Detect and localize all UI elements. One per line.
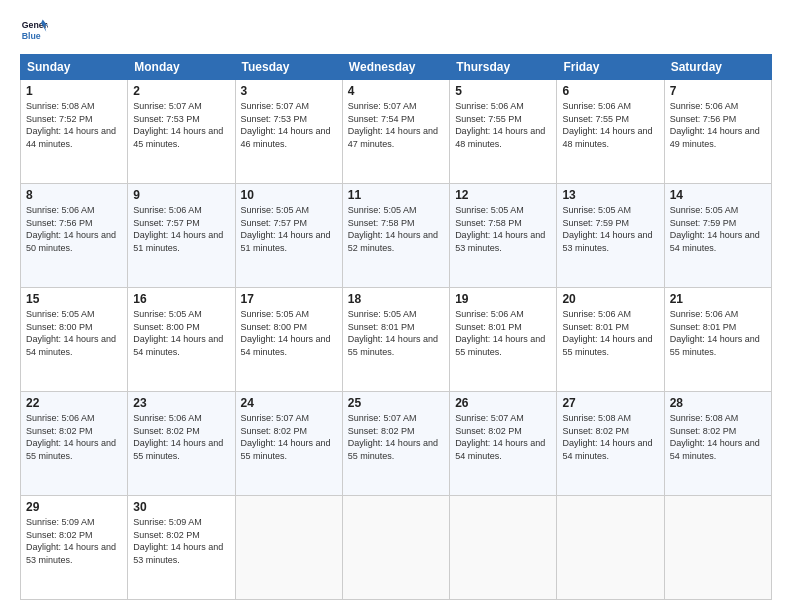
page: General Blue SundayMondayTuesdayWednesda… [0, 0, 792, 612]
sunrise-label: Sunrise: [133, 205, 169, 215]
sunset-label: Sunset: [670, 218, 703, 228]
calendar-week-5: 29 Sunrise: 5:09 AM Sunset: 8:02 PM Dayl… [21, 496, 772, 600]
calendar-cell: 11 Sunrise: 5:05 AM Sunset: 7:58 PM Dayl… [342, 184, 449, 288]
daylight-label: Daylight: 14 hours and 54 minutes. [455, 438, 545, 461]
calendar-cell [235, 496, 342, 600]
sunset-label: Sunset: [133, 114, 166, 124]
day-number: 7 [670, 84, 766, 98]
sunrise-value: 5:06 AM [169, 205, 202, 215]
sunset-label: Sunset: [133, 218, 166, 228]
sunset-value: 8:01 PM [703, 322, 737, 332]
calendar-cell: 17 Sunrise: 5:05 AM Sunset: 8:00 PM Dayl… [235, 288, 342, 392]
sunset-label: Sunset: [562, 218, 595, 228]
sunset-value: 7:56 PM [703, 114, 737, 124]
day-info: Sunrise: 5:06 AM Sunset: 8:01 PM Dayligh… [562, 308, 658, 358]
sunset-value: 8:01 PM [488, 322, 522, 332]
sunrise-label: Sunrise: [348, 101, 384, 111]
day-info: Sunrise: 5:07 AM Sunset: 7:53 PM Dayligh… [133, 100, 229, 150]
sunrise-label: Sunrise: [348, 205, 384, 215]
svg-text:Blue: Blue [22, 31, 41, 41]
calendar-cell: 22 Sunrise: 5:06 AM Sunset: 8:02 PM Dayl… [21, 392, 128, 496]
sunset-label: Sunset: [670, 426, 703, 436]
sunset-label: Sunset: [241, 426, 274, 436]
daylight-label: Daylight: 14 hours and 55 minutes. [241, 438, 331, 461]
weekday-header-saturday: Saturday [664, 55, 771, 80]
sunset-value: 8:00 PM [59, 322, 93, 332]
day-number: 10 [241, 188, 337, 202]
sunrise-label: Sunrise: [133, 517, 169, 527]
sunset-label: Sunset: [562, 322, 595, 332]
calendar-week-4: 22 Sunrise: 5:06 AM Sunset: 8:02 PM Dayl… [21, 392, 772, 496]
weekday-header-wednesday: Wednesday [342, 55, 449, 80]
calendar-cell: 4 Sunrise: 5:07 AM Sunset: 7:54 PM Dayli… [342, 80, 449, 184]
daylight-label: Daylight: 14 hours and 53 minutes. [133, 542, 223, 565]
day-number: 26 [455, 396, 551, 410]
sunset-label: Sunset: [348, 426, 381, 436]
day-info: Sunrise: 5:09 AM Sunset: 8:02 PM Dayligh… [26, 516, 122, 566]
daylight-label: Daylight: 14 hours and 54 minutes. [241, 334, 331, 357]
daylight-label: Daylight: 14 hours and 48 minutes. [562, 126, 652, 149]
sunset-label: Sunset: [26, 114, 59, 124]
calendar-cell: 26 Sunrise: 5:07 AM Sunset: 8:02 PM Dayl… [450, 392, 557, 496]
sunset-value: 8:02 PM [381, 426, 415, 436]
day-info: Sunrise: 5:05 AM Sunset: 8:00 PM Dayligh… [26, 308, 122, 358]
daylight-label: Daylight: 14 hours and 44 minutes. [26, 126, 116, 149]
sunrise-label: Sunrise: [562, 309, 598, 319]
day-info: Sunrise: 5:06 AM Sunset: 8:01 PM Dayligh… [670, 308, 766, 358]
sunset-label: Sunset: [562, 426, 595, 436]
sunset-value: 7:53 PM [274, 114, 308, 124]
sunset-value: 8:02 PM [59, 426, 93, 436]
day-number: 8 [26, 188, 122, 202]
day-number: 3 [241, 84, 337, 98]
daylight-label: Daylight: 14 hours and 51 minutes. [241, 230, 331, 253]
sunrise-value: 5:07 AM [383, 413, 416, 423]
sunrise-label: Sunrise: [455, 101, 491, 111]
calendar-cell: 24 Sunrise: 5:07 AM Sunset: 8:02 PM Dayl… [235, 392, 342, 496]
sunset-label: Sunset: [455, 114, 488, 124]
header: General Blue [20, 16, 772, 44]
sunrise-value: 5:09 AM [169, 517, 202, 527]
sunrise-label: Sunrise: [562, 101, 598, 111]
day-info: Sunrise: 5:05 AM Sunset: 7:59 PM Dayligh… [562, 204, 658, 254]
sunset-label: Sunset: [348, 218, 381, 228]
sunset-value: 8:02 PM [166, 530, 200, 540]
calendar-cell: 21 Sunrise: 5:06 AM Sunset: 8:01 PM Dayl… [664, 288, 771, 392]
sunrise-value: 5:06 AM [598, 101, 631, 111]
day-number: 15 [26, 292, 122, 306]
daylight-label: Daylight: 14 hours and 54 minutes. [670, 230, 760, 253]
daylight-label: Daylight: 14 hours and 48 minutes. [455, 126, 545, 149]
calendar-cell: 19 Sunrise: 5:06 AM Sunset: 8:01 PM Dayl… [450, 288, 557, 392]
daylight-label: Daylight: 14 hours and 51 minutes. [133, 230, 223, 253]
sunrise-label: Sunrise: [26, 309, 62, 319]
calendar-cell: 18 Sunrise: 5:05 AM Sunset: 8:01 PM Dayl… [342, 288, 449, 392]
sunrise-value: 5:06 AM [491, 101, 524, 111]
day-info: Sunrise: 5:05 AM Sunset: 8:01 PM Dayligh… [348, 308, 444, 358]
day-number: 4 [348, 84, 444, 98]
sunrise-value: 5:06 AM [705, 309, 738, 319]
sunset-value: 7:59 PM [703, 218, 737, 228]
calendar-cell: 2 Sunrise: 5:07 AM Sunset: 7:53 PM Dayli… [128, 80, 235, 184]
day-number: 2 [133, 84, 229, 98]
day-info: Sunrise: 5:07 AM Sunset: 8:02 PM Dayligh… [241, 412, 337, 462]
day-number: 12 [455, 188, 551, 202]
day-number: 6 [562, 84, 658, 98]
daylight-label: Daylight: 14 hours and 55 minutes. [348, 334, 438, 357]
sunrise-value: 5:06 AM [491, 309, 524, 319]
day-info: Sunrise: 5:05 AM Sunset: 7:58 PM Dayligh… [348, 204, 444, 254]
sunset-label: Sunset: [133, 322, 166, 332]
sunrise-label: Sunrise: [241, 205, 277, 215]
sunrise-label: Sunrise: [670, 413, 706, 423]
day-number: 27 [562, 396, 658, 410]
day-number: 25 [348, 396, 444, 410]
weekday-header-sunday: Sunday [21, 55, 128, 80]
day-info: Sunrise: 5:07 AM Sunset: 7:53 PM Dayligh… [241, 100, 337, 150]
sunset-label: Sunset: [133, 530, 166, 540]
daylight-label: Daylight: 14 hours and 55 minutes. [455, 334, 545, 357]
sunset-value: 7:54 PM [381, 114, 415, 124]
sunrise-value: 5:05 AM [383, 205, 416, 215]
sunrise-label: Sunrise: [670, 101, 706, 111]
calendar-cell: 13 Sunrise: 5:05 AM Sunset: 7:59 PM Dayl… [557, 184, 664, 288]
calendar-cell [664, 496, 771, 600]
daylight-label: Daylight: 14 hours and 53 minutes. [26, 542, 116, 565]
sunset-value: 7:55 PM [595, 114, 629, 124]
